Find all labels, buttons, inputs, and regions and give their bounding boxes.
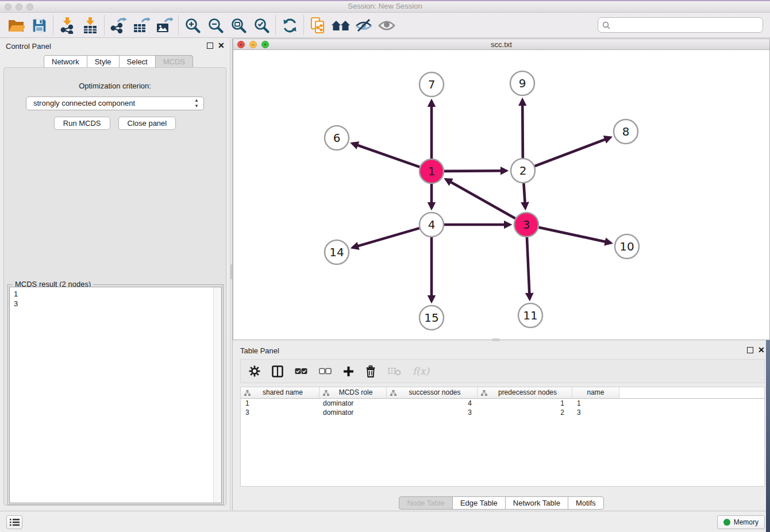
result-scrollbar[interactable]	[213, 287, 221, 503]
table-panel: Table Panel ✕	[233, 343, 770, 510]
task-history-button[interactable]	[6, 515, 22, 529]
table-mode-gear-button[interactable]	[249, 365, 260, 377]
graph-node-label-11: 11	[523, 309, 537, 322]
control-panel-tabs: Network Style Select MCDS	[44, 55, 193, 68]
table-tabs: Node Table Edge Table Network Table Moti…	[233, 496, 770, 510]
graph-node-label-1: 1	[428, 164, 436, 178]
horizontal-splitter-handle[interactable]	[492, 338, 500, 341]
refresh-button[interactable]	[278, 15, 301, 36]
export-network-button[interactable]	[107, 15, 130, 36]
export-table-button[interactable]	[130, 15, 153, 36]
houses-button[interactable]	[329, 15, 352, 36]
network-window-titlebar[interactable]: × − + scc.txt	[233, 39, 769, 50]
memory-button[interactable]: Memory	[717, 515, 765, 529]
zoom-out-icon	[207, 17, 224, 33]
hide-selected-button[interactable]	[352, 15, 375, 36]
title-bar: Session: New Session	[0, 0, 770, 13]
zoom-in-button[interactable]	[181, 15, 204, 36]
create-column-button[interactable]	[343, 366, 354, 377]
status-bar: Memory	[0, 511, 770, 532]
export-table-icon	[133, 17, 150, 34]
open-session-button[interactable]	[5, 15, 28, 36]
edge-2-9[interactable]	[522, 100, 523, 158]
tab-network-table[interactable]: Network Table	[505, 496, 568, 510]
node-table[interactable]: shared name MCDS role successor nodes pr…	[240, 387, 765, 487]
edge-2-8[interactable]	[535, 137, 610, 166]
close-panel-icon[interactable]: ✕	[218, 43, 225, 49]
tab-node-table[interactable]: Node Table	[399, 496, 453, 510]
export-network-icon	[110, 17, 127, 34]
eye-slash-icon	[355, 18, 372, 33]
graph-node-label-4: 4	[428, 218, 436, 232]
criterion-dropdown[interactable]: strongly connected component ▲▼	[26, 97, 204, 110]
select-all-button[interactable]	[295, 368, 307, 375]
houses-icon	[331, 18, 351, 33]
network-graph[interactable]: 7968124314101511	[233, 50, 769, 340]
memory-label: Memory	[734, 518, 759, 526]
delete-column-button[interactable]	[365, 365, 376, 377]
delete-table-button[interactable]	[387, 367, 401, 376]
edge-3-1[interactable]	[446, 179, 515, 218]
zoom-selected-button[interactable]	[250, 15, 273, 36]
edge-1-2[interactable]	[444, 171, 506, 171]
gear-icon	[249, 365, 260, 377]
zoom-fit-button[interactable]	[227, 15, 250, 36]
tab-select[interactable]: Select	[119, 55, 156, 68]
mcds-result-area[interactable]: 1 3	[9, 287, 222, 503]
import-network-button[interactable]	[56, 15, 79, 36]
tab-mcds[interactable]: MCDS	[155, 55, 193, 68]
column-header-successor-nodes[interactable]: successor nodes	[387, 387, 478, 398]
columns-icon	[272, 365, 283, 377]
table-row[interactable]: 1 dominator 4 1 1	[241, 399, 764, 408]
import-table-icon	[82, 17, 98, 34]
search-input[interactable]	[613, 21, 763, 29]
edge-3-11[interactable]	[527, 237, 530, 299]
edge-4-14[interactable]	[353, 228, 419, 248]
edge-1-6[interactable]	[352, 144, 419, 167]
export-image-button[interactable]	[153, 15, 176, 36]
table-row[interactable]: 3 dominator 3 2 3	[241, 408, 764, 417]
save-session-button[interactable]	[28, 15, 51, 36]
tab-motifs[interactable]: Motifs	[568, 496, 604, 510]
edge-3-10[interactable]	[538, 228, 610, 243]
table-close-icon[interactable]: ✕	[758, 347, 765, 353]
network-view-window: × − + scc.txt 7968124314101511	[233, 38, 770, 340]
run-mcds-button[interactable]: Run MCDS	[54, 117, 110, 130]
zoom-out-button[interactable]	[204, 15, 227, 36]
function-builder-button[interactable]: f(x)	[413, 365, 429, 377]
tab-edge-table[interactable]: Edge Table	[452, 496, 506, 510]
table-toolbar: f(x)	[240, 359, 765, 383]
tab-network[interactable]: Network	[44, 55, 87, 68]
search-box[interactable]	[598, 17, 763, 33]
edge-2-3[interactable]	[523, 183, 525, 208]
column-header-predecessor-nodes[interactable]: predecessor nodes	[478, 387, 572, 398]
import-table-button[interactable]	[79, 15, 102, 36]
float-panel-icon[interactable]	[207, 43, 213, 49]
table-panel-header: Table Panel ✕	[233, 343, 770, 358]
control-panel-header: Control Panel ✕	[0, 38, 230, 53]
table-header-row: shared name MCDS role successor nodes pr…	[241, 387, 764, 399]
result-line: 1	[14, 289, 217, 299]
column-header-name[interactable]: name	[572, 387, 619, 398]
graph-node-label-3: 3	[523, 218, 530, 232]
criterion-value: strongly connected component	[33, 99, 135, 107]
column-type-icon	[481, 390, 487, 396]
column-header-shared-name[interactable]: shared name	[241, 387, 319, 398]
show-all-button[interactable]	[375, 15, 398, 36]
tab-style[interactable]: Style	[87, 55, 120, 68]
optimization-criterion-label: Optimization criterion:	[4, 82, 226, 90]
show-columns-button[interactable]	[272, 365, 283, 377]
deselect-all-button[interactable]	[319, 368, 332, 375]
zoom-fit-icon	[230, 17, 247, 33]
main-toolbar	[0, 13, 770, 38]
graph-node-label-14: 14	[329, 245, 344, 259]
import-network-icon	[59, 17, 75, 34]
network-canvas[interactable]: 7968124314101511	[233, 50, 769, 340]
graph-node-label-6: 6	[333, 131, 341, 145]
clone-network-button[interactable]	[306, 15, 329, 36]
graph-node-label-9: 9	[519, 76, 526, 90]
column-header-mcds-role[interactable]: MCDS role	[319, 387, 387, 398]
toolbar-separator	[104, 16, 105, 35]
table-float-icon[interactable]	[747, 347, 753, 353]
close-panel-button[interactable]: Close panel	[118, 117, 176, 130]
